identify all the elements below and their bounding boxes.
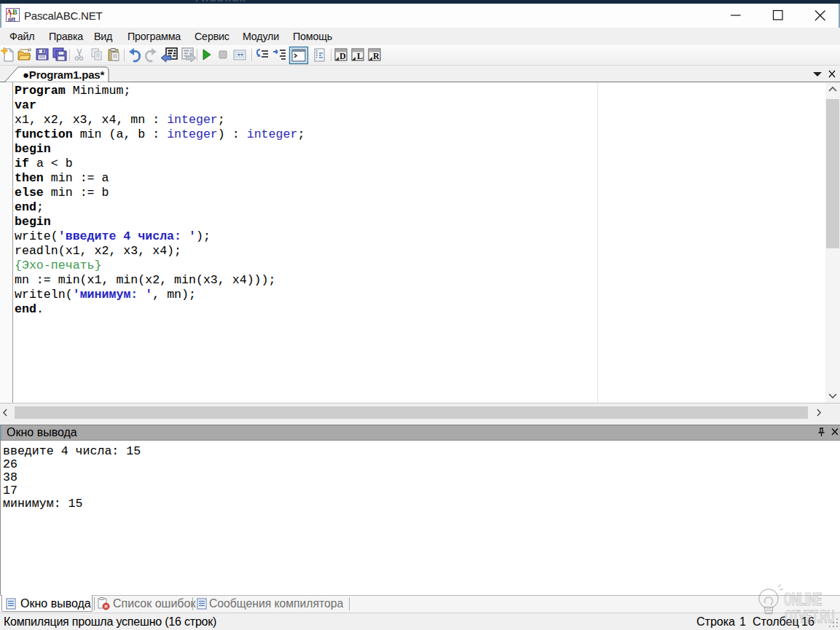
svg-text:L: L bbox=[357, 51, 363, 61]
svg-text:net: net bbox=[8, 16, 16, 23]
svg-text:ONLINE: ONLINE bbox=[784, 590, 822, 608]
svg-text:D: D bbox=[339, 51, 346, 61]
svg-text:OTVET.RU: OTVET.RU bbox=[785, 607, 834, 626]
svg-text:R: R bbox=[373, 51, 380, 61]
